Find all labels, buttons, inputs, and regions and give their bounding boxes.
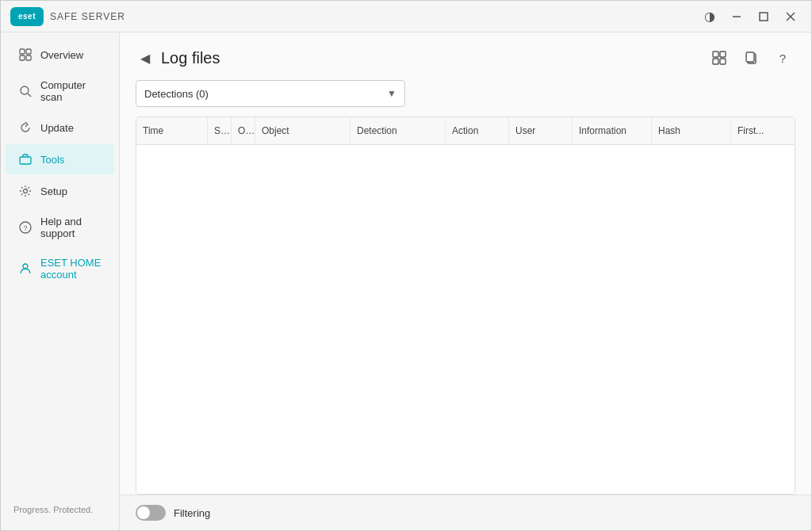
theme-icon: ◑ <box>704 9 715 24</box>
svg-rect-18 <box>720 59 726 64</box>
filtering-bar: Filtering <box>120 495 811 530</box>
svg-rect-20 <box>746 52 754 62</box>
sidebar-label-help-support: Help and support <box>40 216 102 239</box>
sidebar-footer: Progress. Protected. <box>1 495 119 524</box>
svg-rect-16 <box>720 52 726 57</box>
column-information[interactable]: Information <box>573 117 652 144</box>
column-detection[interactable]: Detection <box>350 117 446 144</box>
grid-view-button[interactable] <box>707 45 732 71</box>
svg-rect-1 <box>760 13 768 21</box>
content-header-left: ◀ Log files <box>136 49 220 67</box>
sidebar-item-tools[interactable]: Tools <box>6 144 114 174</box>
column-o[interactable]: O... <box>232 117 255 144</box>
svg-rect-15 <box>713 52 718 57</box>
close-button[interactable] <box>779 6 802 28</box>
column-user[interactable]: User <box>509 117 573 144</box>
detections-dropdown[interactable]: Detections (0) ▼ <box>136 80 405 107</box>
logo-text: eset <box>18 12 36 21</box>
svg-line-9 <box>28 94 31 97</box>
page-title: Log files <box>161 49 220 67</box>
filtering-label: Filtering <box>174 507 210 519</box>
column-object[interactable]: Object <box>255 117 350 144</box>
column-first[interactable]: First... <box>731 117 795 144</box>
content-area: ◀ Log files ? <box>120 32 811 530</box>
minimize-icon <box>730 10 743 23</box>
table-header: Time S... O... Object Detection <box>136 117 795 145</box>
header-actions: ? <box>707 45 795 71</box>
filtering-toggle[interactable] <box>136 505 166 521</box>
app-name: SAFE SERVER <box>50 11 125 22</box>
maximize-button[interactable] <box>753 6 775 28</box>
copy-button[interactable] <box>738 45 764 71</box>
sidebar-label-overview: Overview <box>40 49 83 61</box>
minimize-button[interactable] <box>726 6 748 28</box>
refresh-icon <box>18 120 33 135</box>
maximize-icon <box>757 10 770 23</box>
sidebar-item-update[interactable]: Update <box>6 113 114 143</box>
toggle-knob <box>137 506 150 519</box>
chevron-down-icon: ▼ <box>387 88 396 99</box>
sidebar-item-eset-home[interactable]: ESET HOME account <box>6 249 114 288</box>
svg-point-14 <box>23 264 28 269</box>
grid-view-icon <box>712 51 726 65</box>
column-hash[interactable]: Hash <box>652 117 731 144</box>
sidebar-label-update: Update <box>40 122 74 134</box>
back-arrow-icon: ◀ <box>140 52 150 65</box>
svg-rect-17 <box>713 59 718 64</box>
sidebar-label-eset-home: ESET HOME account <box>40 257 102 281</box>
gear-icon <box>18 184 33 198</box>
sidebar-label-setup: Setup <box>40 185 67 197</box>
dropdown-value: Detections (0) <box>144 88 209 100</box>
eset-logo: eset <box>10 7 44 26</box>
svg-rect-6 <box>20 55 25 60</box>
question-circle-icon: ? <box>18 220 33 235</box>
column-time[interactable]: Time <box>136 117 208 144</box>
main-layout: Overview Computer scan Update Tools <box>1 32 811 530</box>
close-icon <box>784 10 797 23</box>
help-icon: ? <box>779 52 786 65</box>
log-table: Time S... O... Object Detection <box>136 117 795 495</box>
svg-rect-7 <box>26 55 31 60</box>
back-button[interactable]: ◀ <box>136 49 155 67</box>
window-controls: ◑ <box>699 6 802 28</box>
copy-icon <box>744 51 758 65</box>
sidebar-item-computer-scan[interactable]: Computer scan <box>6 71 114 111</box>
app-window: eset SAFE SERVER ◑ <box>0 0 812 531</box>
column-s[interactable]: S... <box>208 117 232 144</box>
search-icon <box>18 84 33 98</box>
sidebar-label-tools: Tools <box>40 154 64 166</box>
sidebar: Overview Computer scan Update Tools <box>1 32 120 530</box>
sidebar-label-computer-scan: Computer scan <box>40 79 102 103</box>
sidebar-item-help-support[interactable]: ? Help and support <box>6 208 114 247</box>
svg-rect-10 <box>20 157 31 164</box>
theme-toggle-button[interactable]: ◑ <box>699 6 721 28</box>
dropdown-container: Detections (0) ▼ <box>120 80 811 117</box>
svg-point-8 <box>21 86 29 94</box>
svg-rect-5 <box>26 49 31 54</box>
briefcase-icon <box>18 152 33 166</box>
svg-rect-4 <box>20 49 25 54</box>
titlebar: eset SAFE SERVER ◑ <box>1 1 811 32</box>
sidebar-item-overview[interactable]: Overview <box>6 40 114 70</box>
table-body <box>136 145 795 494</box>
titlebar-left: eset SAFE SERVER <box>10 7 125 26</box>
column-action[interactable]: Action <box>446 117 509 144</box>
footer-text: Progress. Protected. <box>13 505 93 514</box>
svg-point-11 <box>24 189 28 193</box>
person-icon <box>18 262 33 276</box>
grid-icon <box>18 48 33 62</box>
sidebar-item-setup[interactable]: Setup <box>6 176 114 206</box>
content-header: ◀ Log files ? <box>120 32 811 80</box>
help-button[interactable]: ? <box>770 45 795 71</box>
svg-text:?: ? <box>23 224 27 232</box>
